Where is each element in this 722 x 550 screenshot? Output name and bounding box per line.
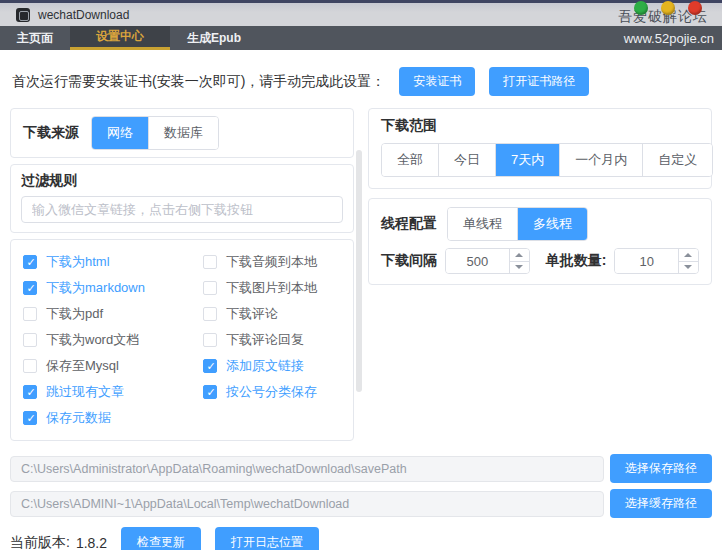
checkbox-icon (23, 281, 37, 295)
checkbox-save-metadata[interactable]: 保存元数据 (23, 405, 203, 431)
tab-settings-center[interactable]: 设置中心 (70, 26, 170, 50)
filter-rules-panel: 过滤规则 (10, 164, 354, 233)
interval-increase-button[interactable] (510, 249, 529, 262)
download-interval-stepper (445, 248, 530, 274)
chevron-down-icon (684, 265, 692, 269)
version-row: 当前版本: 1.8.2 检查更新 打开日志位置 (10, 527, 712, 550)
checkbox-download-comment-replies[interactable]: 下载评论回复 (203, 327, 317, 353)
range-option-today[interactable]: 今日 (438, 144, 495, 176)
batch-size-input[interactable] (615, 249, 678, 273)
checkbox-icon (203, 385, 217, 399)
options-column-left: 下载为html 下载为markdown 下载为pdf 下载为word文 (23, 249, 203, 431)
current-version-value: 1.8.2 (76, 535, 107, 550)
save-path-input[interactable] (10, 456, 604, 482)
thread-config-label: 线程配置 (381, 215, 437, 233)
app-window: wechatDownload 吾爱破解论坛 主页面 设置中心 生成Epub ww… (0, 0, 722, 550)
left-settings-column: 下载来源 网络 数据库 过滤规则 下载为html (10, 108, 354, 441)
vertical-scrollbar[interactable] (356, 150, 362, 392)
range-option-all[interactable]: 全部 (382, 144, 438, 176)
thread-option-multi[interactable]: 多线程 (517, 208, 587, 240)
checkbox-icon (23, 255, 37, 269)
watermark-green-dot-icon (634, 1, 648, 15)
batch-increase-button[interactable] (679, 249, 698, 262)
certificate-notice: 首次运行需要安装证书(安装一次即可)，请手动完成此设置： (12, 73, 385, 91)
choose-save-path-button[interactable]: 选择保存路径 (610, 454, 712, 483)
source-option-database[interactable]: 数据库 (148, 117, 218, 149)
download-source-panel: 下载来源 网络 数据库 (10, 108, 354, 158)
right-settings-column: 下载范围 全部 今日 7天内 一个月内 自定义 线程配置 单线程 多线 (368, 108, 712, 441)
checkbox-download-images[interactable]: 下载图片到本地 (203, 275, 317, 301)
download-source-segmented: 网络 数据库 (91, 116, 219, 150)
download-interval-input[interactable] (446, 249, 509, 273)
range-option-7-days[interactable]: 7天内 (495, 144, 559, 176)
checkbox-icon (203, 359, 217, 373)
checkbox-icon (203, 333, 217, 347)
thread-config-panel: 线程配置 单线程 多线程 下载间隔 (368, 198, 712, 285)
download-options-panel: 下载为html 下载为markdown 下载为pdf 下载为word文 (10, 239, 354, 441)
download-range-label: 下载范围 (381, 117, 699, 135)
checkbox-icon (23, 411, 37, 425)
title-bar: wechatDownload 吾爱破解论坛 (0, 3, 722, 26)
checkbox-skip-existing-articles[interactable]: 跳过现有文章 (23, 379, 203, 405)
tab-bar: 主页面 设置中心 生成Epub www.52pojie.cn (0, 26, 722, 50)
checkbox-icon (23, 359, 37, 373)
range-option-custom[interactable]: 自定义 (642, 144, 712, 176)
cache-path-row: 选择缓存路径 (10, 489, 712, 518)
batch-size-label: 单批数量: (546, 252, 607, 270)
range-option-one-month[interactable]: 一个月内 (559, 144, 642, 176)
current-version-label: 当前版本: (10, 534, 70, 550)
batch-size-stepper (614, 248, 699, 274)
checkbox-download-word[interactable]: 下载为word文档 (23, 327, 203, 353)
watermark-yellow-dot-icon (661, 1, 675, 15)
cache-path-input[interactable] (10, 491, 604, 517)
filter-rules-label: 过滤规则 (21, 172, 343, 190)
article-link-input[interactable] (21, 196, 343, 223)
checkbox-download-markdown[interactable]: 下载为markdown (23, 275, 203, 301)
checkbox-icon (23, 385, 37, 399)
batch-decrease-button[interactable] (679, 262, 698, 274)
tab-main-page[interactable]: 主页面 (0, 26, 70, 50)
checkbox-icon (203, 281, 217, 295)
install-certificate-button[interactable]: 安装证书 (399, 67, 475, 96)
checkbox-icon (203, 255, 217, 269)
thread-config-segmented: 单线程 多线程 (447, 207, 588, 241)
app-icon (16, 8, 30, 22)
watermark-site-url: www.52pojie.cn (624, 26, 714, 50)
checkbox-save-by-account[interactable]: 按公号分类保存 (203, 379, 317, 405)
checkbox-save-to-mysql[interactable]: 保存至Mysql (23, 353, 203, 379)
checkbox-icon (23, 307, 37, 321)
download-interval-label: 下载间隔 (381, 252, 437, 270)
certificate-row: 首次运行需要安装证书(安装一次即可)，请手动完成此设置： 安装证书 打开证书路径 (12, 67, 712, 96)
download-source-label: 下载来源 (23, 124, 79, 142)
checkbox-icon (23, 333, 37, 347)
chevron-up-icon (515, 253, 523, 257)
window-title: wechatDownload (38, 8, 129, 22)
thread-option-single[interactable]: 单线程 (448, 208, 517, 240)
chevron-down-icon (515, 265, 523, 269)
open-certificate-path-button[interactable]: 打开证书路径 (489, 67, 589, 96)
source-option-network[interactable]: 网络 (92, 117, 148, 149)
chevron-up-icon (684, 253, 692, 257)
open-log-location-button[interactable]: 打开日志位置 (215, 527, 319, 550)
save-path-row: 选择保存路径 (10, 454, 712, 483)
watermark-dots (634, 1, 702, 15)
checkbox-add-source-link[interactable]: 添加原文链接 (203, 353, 317, 379)
download-range-segmented: 全部 今日 7天内 一个月内 自定义 (381, 143, 713, 177)
checkbox-download-audio[interactable]: 下载音频到本地 (203, 249, 317, 275)
checkbox-download-pdf[interactable]: 下载为pdf (23, 301, 203, 327)
watermark-red-dot-icon (688, 1, 702, 15)
choose-cache-path-button[interactable]: 选择缓存路径 (610, 489, 712, 518)
path-settings: 选择保存路径 选择缓存路径 (10, 454, 712, 518)
checkbox-download-html[interactable]: 下载为html (23, 249, 203, 275)
checkbox-download-comments[interactable]: 下载评论 (203, 301, 317, 327)
checkbox-icon (203, 307, 217, 321)
download-range-panel: 下载范围 全部 今日 7天内 一个月内 自定义 (368, 108, 712, 189)
check-update-button[interactable]: 检查更新 (121, 527, 201, 550)
tab-generate-epub[interactable]: 生成Epub (170, 26, 258, 50)
interval-decrease-button[interactable] (510, 262, 529, 274)
options-column-right: 下载音频到本地 下载图片到本地 下载评论 下载评论回复 (203, 249, 317, 431)
